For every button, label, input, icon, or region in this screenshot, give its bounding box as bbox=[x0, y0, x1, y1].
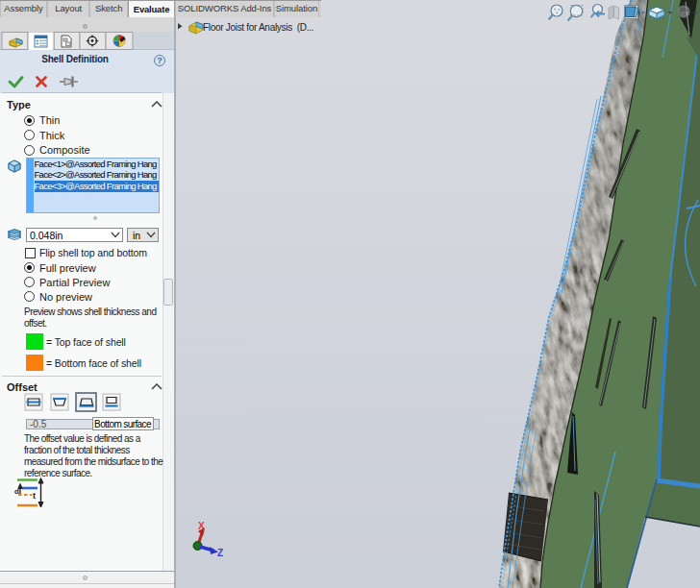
svg-text:t: t bbox=[33, 491, 36, 501]
svg-text:Z: Z bbox=[217, 548, 223, 558]
svg-text:d: d bbox=[14, 487, 19, 496]
